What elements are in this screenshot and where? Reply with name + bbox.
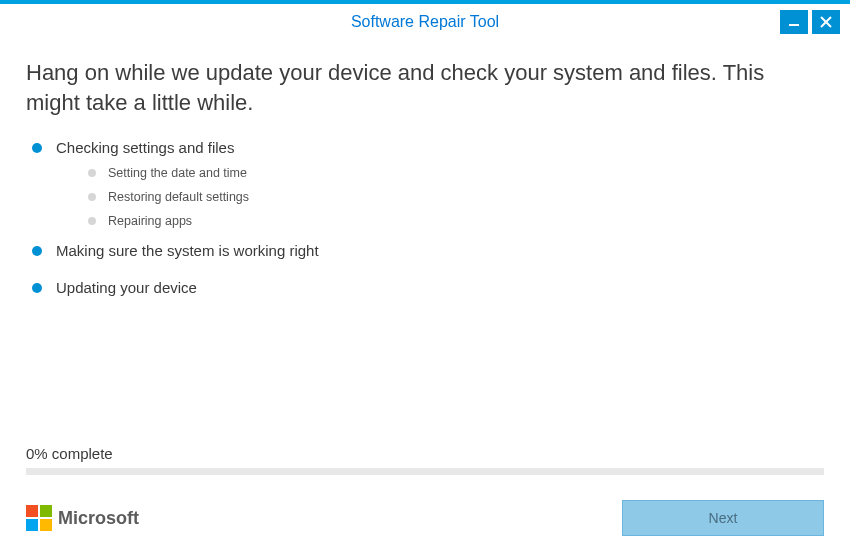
step-label: Checking settings and files xyxy=(56,139,234,156)
sub-bullet-icon xyxy=(88,193,96,201)
sub-bullet-icon xyxy=(88,169,96,177)
substep-label: Repairing apps xyxy=(108,214,192,228)
steps-list: Checking settings and files Setting the … xyxy=(32,139,824,316)
progress-area: 0% complete xyxy=(26,445,824,493)
window-controls xyxy=(780,10,840,34)
microsoft-logo: Microsoft xyxy=(26,505,139,531)
content-area: Hang on while we update your device and … xyxy=(0,40,850,493)
next-button[interactable]: Next xyxy=(622,500,824,536)
minimize-button[interactable] xyxy=(780,10,808,34)
brand-text: Microsoft xyxy=(58,508,139,529)
bullet-icon xyxy=(32,246,42,256)
bullet-icon xyxy=(32,283,42,293)
step-label: Updating your device xyxy=(56,279,197,296)
sub-bullet-icon xyxy=(88,217,96,225)
progress-bar xyxy=(26,468,824,475)
microsoft-squares-icon xyxy=(26,505,52,531)
step-item: Checking settings and files xyxy=(32,139,824,156)
bullet-icon xyxy=(32,143,42,153)
substep-item: Restoring default settings xyxy=(88,190,824,204)
step-item: Making sure the system is working right xyxy=(32,242,824,259)
close-icon xyxy=(820,16,832,28)
titlebar: Software Repair Tool xyxy=(0,4,850,40)
next-button-label: Next xyxy=(709,510,738,526)
substep-item: Setting the date and time xyxy=(88,166,824,180)
footer: Microsoft Next xyxy=(0,493,850,557)
app-window: Software Repair Tool Hang on while we up… xyxy=(0,0,850,557)
window-title: Software Repair Tool xyxy=(351,13,499,31)
progress-label: 0% complete xyxy=(26,445,824,462)
substep-item: Repairing apps xyxy=(88,214,824,228)
substeps-list: Setting the date and time Restoring defa… xyxy=(88,166,824,228)
step-label: Making sure the system is working right xyxy=(56,242,319,259)
headline-text: Hang on while we update your device and … xyxy=(26,58,824,117)
substep-label: Restoring default settings xyxy=(108,190,249,204)
substep-label: Setting the date and time xyxy=(108,166,247,180)
close-button[interactable] xyxy=(812,10,840,34)
step-item: Updating your device xyxy=(32,279,824,296)
